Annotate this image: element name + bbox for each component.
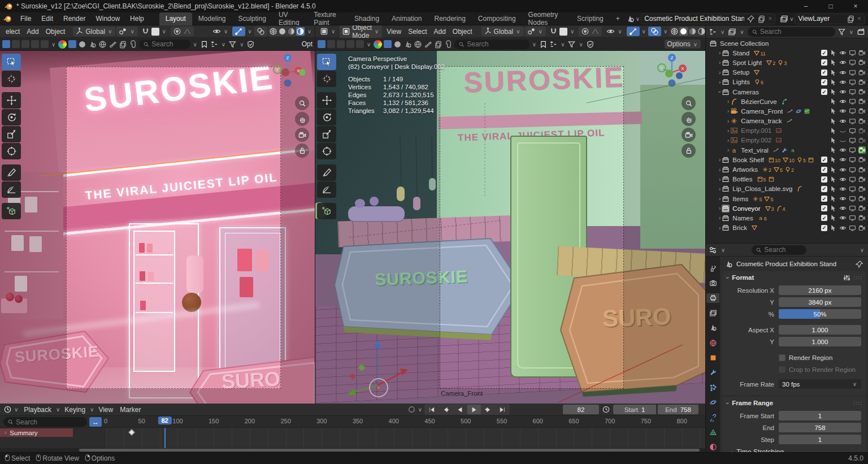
- resolution-x-field[interactable]: 2160 px: [779, 285, 861, 295]
- filter-clip-icon-r[interactable]: [444, 40, 453, 49]
- outliner-search[interactable]: Search: [748, 27, 835, 37]
- proportional-toggle-r[interactable]: [579, 27, 602, 36]
- timeline-editor-icon[interactable]: [3, 405, 12, 414]
- filter-object-icon[interactable]: [68, 40, 76, 48]
- workspace-tab-uv-editing[interactable]: UV Editing: [272, 12, 307, 25]
- menu-help[interactable]: Help: [125, 12, 149, 25]
- outliner-row[interactable]: ›BézierCurve: [706, 97, 868, 106]
- filter-brush-icon[interactable]: [108, 40, 117, 49]
- maximize-button[interactable]: □: [818, 0, 843, 12]
- workspace-tab-geometry-nodes[interactable]: Geometry Nodes: [522, 12, 571, 25]
- frame-range-panel-header[interactable]: ›Frame Range ::::: [722, 397, 866, 409]
- tool-cursor-button[interactable]: [317, 71, 336, 87]
- tool-scale-button[interactable]: [317, 126, 336, 142]
- tool-move-button[interactable]: [2, 92, 21, 109]
- shield-icon-r[interactable]: [586, 40, 594, 49]
- outliner-row[interactable]: ›Spot Light23✓: [706, 58, 868, 67]
- viewport-left-search[interactable]: Search: [139, 40, 190, 49]
- time-stretching-header[interactable]: ›Time Stretching: [730, 448, 861, 452]
- outliner-row[interactable]: ›Stand11✓: [706, 48, 868, 58]
- outliner-row[interactable]: ›Bottles5✓: [706, 175, 868, 184]
- zoom-button-r[interactable]: [682, 96, 696, 110]
- gizmos-toggle-r[interactable]: [627, 27, 640, 36]
- exclude-checkbox[interactable]: ✓: [821, 186, 827, 192]
- outliner-row[interactable]: ›aText_virala: [706, 145, 868, 155]
- prev-keyframe-button[interactable]: [439, 405, 453, 414]
- select-mode-intersect-icon-r[interactable]: [356, 40, 364, 48]
- filter-clip-icon[interactable]: [129, 40, 137, 49]
- shading-material-icon-r[interactable]: [688, 27, 697, 36]
- frame-rate-dropdown[interactable]: 30 fps∨: [779, 379, 861, 389]
- crop-region-checkbox[interactable]: [779, 366, 785, 373]
- filter-funnel-icon-r[interactable]: [567, 40, 576, 49]
- select-mode-new-icon-r[interactable]: [318, 40, 326, 48]
- tab-viewlayer-tab[interactable]: [706, 308, 719, 318]
- filter-sphere-icon-r[interactable]: [393, 40, 402, 49]
- tab-constraint-tab[interactable]: [706, 413, 719, 422]
- pan-button-r[interactable]: [682, 112, 696, 126]
- disclosure-right-icon[interactable]: ›: [719, 215, 721, 221]
- bookmark-icon-r[interactable]: [539, 40, 548, 49]
- disclosure-right-icon[interactable]: ›: [719, 176, 721, 183]
- jump-start-button[interactable]: [425, 405, 439, 414]
- workspace-tab-animation[interactable]: Animation: [385, 12, 428, 25]
- timeline-channels[interactable]: ›Summary: [0, 428, 705, 448]
- pin-icon[interactable]: [747, 15, 755, 23]
- minimize-button[interactable]: –: [793, 0, 818, 12]
- magnet-toggle-r[interactable]: ∨: [547, 27, 578, 36]
- tool-measure-button[interactable]: [2, 181, 21, 198]
- exclude-checkbox[interactable]: ✓: [821, 196, 827, 202]
- tool-rotate-button[interactable]: [317, 109, 336, 125]
- new-scene-icon[interactable]: [757, 15, 766, 23]
- magnet-toggle[interactable]: ∨: [139, 27, 170, 36]
- shading-solid-icon-r[interactable]: [679, 27, 688, 36]
- filter-channels-button[interactable]: ↔: [89, 417, 102, 427]
- tool-select-button[interactable]: [317, 54, 336, 70]
- properties-options-chevron[interactable]: ∨: [860, 247, 864, 253]
- close-button[interactable]: ×: [843, 0, 868, 12]
- outliner-row[interactable]: ›Camera_track: [706, 116, 868, 126]
- lock-view-button[interactable]: [295, 144, 309, 158]
- vpr-menu-object[interactable]: Object: [449, 28, 476, 36]
- tool-addcube-button[interactable]: [2, 203, 21, 219]
- navigation-gizmo[interactable]: Z X Y: [270, 52, 305, 87]
- disclosure-right-icon[interactable]: ›: [719, 59, 721, 66]
- tool-cursor-button[interactable]: [2, 71, 21, 87]
- tab-material-tab[interactable]: [706, 443, 719, 452]
- outliner-funnel-icon[interactable]: [837, 28, 846, 36]
- disclosure-right-icon[interactable]: ›: [719, 50, 721, 56]
- breadcrumb-pin-icon[interactable]: [855, 260, 863, 268]
- gizmos-toggle[interactable]: [232, 27, 245, 36]
- overlays-toggle[interactable]: [254, 27, 267, 36]
- format-panel-header[interactable]: ›Format ::::: [722, 271, 866, 284]
- timeline-menu-playback[interactable]: Playback: [20, 406, 55, 414]
- workspace-tab-modeling[interactable]: Modeling: [192, 12, 232, 25]
- format-presets-icon[interactable]: [843, 274, 851, 282]
- outliner-row[interactable]: ›Brick✓: [706, 223, 868, 233]
- remove-viewlayer-icon[interactable]: ×: [857, 15, 861, 23]
- disclosure-right-icon[interactable]: ›: [719, 157, 721, 163]
- filter-tree-icon[interactable]: [210, 40, 219, 49]
- workspace-tab-+[interactable]: +: [610, 12, 626, 25]
- properties-search[interactable]: Search: [752, 245, 806, 255]
- exclude-checkbox[interactable]: ✓: [821, 215, 827, 221]
- disclosure-right-icon[interactable]: ›: [719, 186, 721, 192]
- use-preview-range-icon[interactable]: [602, 405, 610, 414]
- tab-output-tab[interactable]: [706, 293, 719, 303]
- tool-transform-button[interactable]: [317, 143, 336, 159]
- frame-start-field[interactable]: 1: [779, 411, 861, 420]
- orientation-dropdown[interactable]: Global∨: [73, 27, 115, 36]
- outliner-row[interactable]: ›Setup✓: [706, 68, 868, 77]
- navigation-gizmo-r[interactable]: Z X Y: [654, 52, 689, 87]
- exclude-checkbox[interactable]: ✓: [821, 205, 827, 211]
- disclosure-right-icon[interactable]: ›: [719, 205, 721, 211]
- disclosure-right-icon[interactable]: ›: [719, 79, 721, 85]
- tab-data-tab[interactable]: [706, 427, 719, 437]
- vpr-menu-view[interactable]: View: [383, 28, 405, 36]
- outliner-row[interactable]: Scene Collection: [706, 38, 868, 48]
- visibility-dropdown-r[interactable]: ∨: [604, 27, 625, 36]
- select-mode-intersect-icon[interactable]: [41, 40, 49, 48]
- tool-measure-button[interactable]: [317, 181, 336, 198]
- select-mode-extend-icon-r[interactable]: [327, 40, 335, 48]
- exclude-checkbox[interactable]: ✓: [821, 59, 827, 66]
